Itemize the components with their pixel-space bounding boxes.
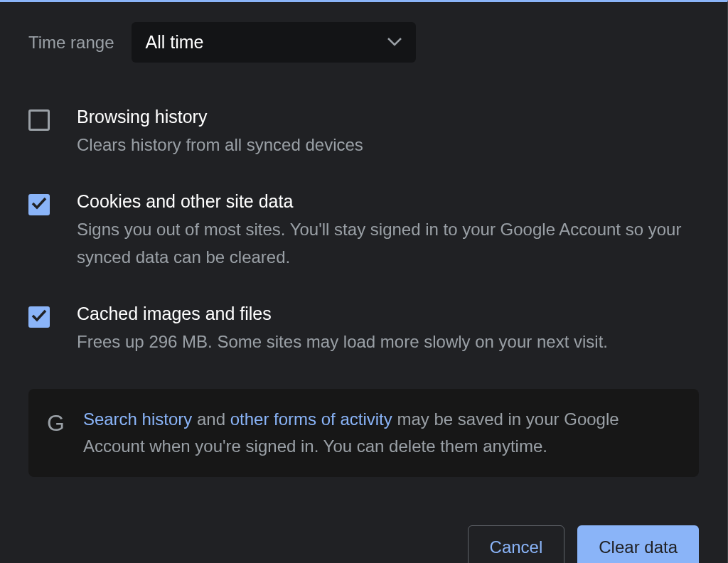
- check-icon: [31, 309, 47, 325]
- cancel-button[interactable]: Cancel: [468, 525, 565, 563]
- time-range-label: Time range: [28, 33, 114, 53]
- checkbox-browsing-history[interactable]: [28, 109, 50, 131]
- clear-data-button[interactable]: Clear data: [577, 525, 699, 563]
- info-mid1: and: [192, 409, 230, 429]
- option-title: Cookies and other site data: [77, 191, 699, 212]
- clear-browsing-data-dialog: Time range All time Browsing history Cle…: [0, 2, 727, 563]
- option-desc: Frees up 296 MB. Some sites may load mor…: [77, 328, 699, 355]
- google-icon: G: [47, 410, 65, 436]
- time-range-row: Time range All time: [28, 22, 699, 63]
- option-desc: Signs you out of most sites. You'll stay…: [77, 216, 699, 271]
- chevron-down-icon: [387, 36, 402, 49]
- option-text: Cached images and files Frees up 296 MB.…: [77, 304, 699, 355]
- option-title: Cached images and files: [77, 304, 699, 324]
- button-row: Cancel Clear data: [28, 525, 699, 563]
- option-desc: Clears history from all synced devices: [77, 132, 699, 159]
- option-title: Browsing history: [77, 107, 699, 127]
- option-text: Browsing history Clears history from all…: [77, 107, 699, 159]
- other-activity-link[interactable]: other forms of activity: [230, 409, 392, 429]
- time-range-select[interactable]: All time: [132, 22, 416, 63]
- google-account-info: G Search history and other forms of acti…: [28, 389, 699, 478]
- option-text: Cookies and other site data Signs you ou…: [77, 191, 699, 271]
- search-history-link[interactable]: Search history: [83, 409, 192, 429]
- info-text: Search history and other forms of activi…: [83, 406, 680, 461]
- option-cached: Cached images and files Frees up 296 MB.…: [28, 304, 699, 355]
- checkbox-cached[interactable]: [28, 306, 50, 328]
- option-cookies: Cookies and other site data Signs you ou…: [28, 191, 699, 271]
- option-browsing-history: Browsing history Clears history from all…: [28, 107, 699, 159]
- checkbox-cookies[interactable]: [28, 194, 50, 215]
- check-icon: [31, 197, 47, 213]
- time-range-value: All time: [146, 32, 204, 53]
